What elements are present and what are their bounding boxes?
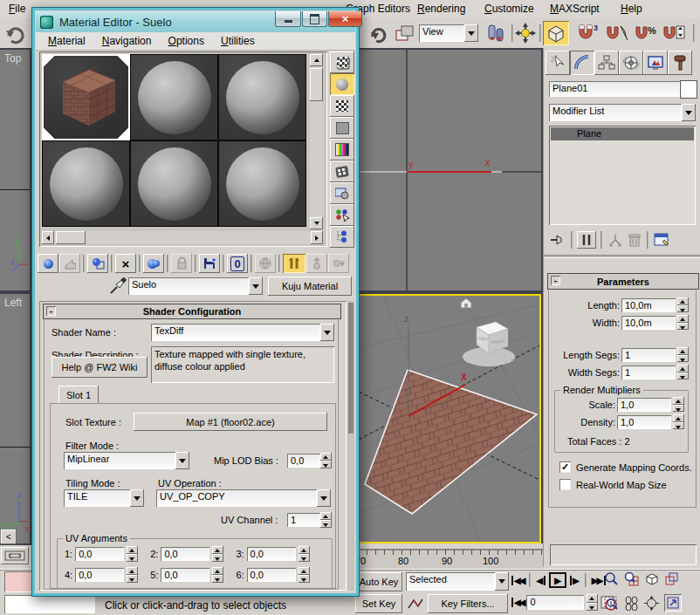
- maximize-button[interactable]: [302, 11, 327, 27]
- percent-snap-icon[interactable]: %: [634, 23, 658, 44]
- track-bar-ruler[interactable]: 70 80 90 100: [356, 550, 543, 569]
- spinner-snap-icon[interactable]: [662, 23, 686, 44]
- make-material-copy-button[interactable]: [143, 254, 164, 273]
- density-spinner[interactable]: [673, 414, 684, 429]
- density-field[interactable]: 1,0: [617, 415, 671, 429]
- material-name-dropdown[interactable]: Suelo: [128, 277, 263, 295]
- menu-help[interactable]: Help: [614, 0, 649, 17]
- tab-modify[interactable]: [570, 51, 594, 75]
- uv-arg-4-field[interactable]: 0,0: [75, 568, 124, 582]
- slot-texture-button[interactable]: Map #1 (floor02.ace): [134, 413, 327, 431]
- scale-spinner[interactable]: [673, 397, 684, 412]
- go-to-parent-button[interactable]: [306, 254, 327, 273]
- object-color-swatch[interactable]: [680, 80, 697, 99]
- filter-mode-dropdown[interactable]: MipLinear: [64, 452, 189, 469]
- make-unique-button[interactable]: [171, 254, 192, 273]
- dropdown-arrow-icon[interactable]: [682, 104, 696, 121]
- menu-material[interactable]: Material: [41, 32, 93, 50]
- material-id-channel-button[interactable]: 0: [227, 254, 248, 273]
- length-spinner[interactable]: [677, 297, 689, 312]
- current-frame-field[interactable]: 0: [526, 595, 584, 610]
- viewport-front[interactable]: y x: [356, 50, 541, 290]
- minimize-button[interactable]: [275, 11, 301, 27]
- snaps-toggle-button[interactable]: [543, 21, 569, 45]
- put-material-to-scene-button[interactable]: [59, 254, 80, 273]
- scale-tool-icon[interactable]: [395, 24, 415, 43]
- select-and-manipulate-icon[interactable]: [515, 23, 536, 44]
- maximize-viewport-toggle[interactable]: [664, 594, 682, 612]
- viewport-perspective[interactable]: Z X LEFT FRONT: [356, 294, 541, 543]
- tiling-mode-dropdown[interactable]: TILE: [64, 489, 144, 507]
- dropdown-arrow-icon[interactable]: [130, 489, 144, 507]
- scale-field[interactable]: 1,0: [617, 398, 671, 412]
- collapse-icon[interactable]: -: [551, 276, 560, 285]
- reference-coordsys-dropdown[interactable]: View: [419, 24, 478, 42]
- previous-frame-button[interactable]: ◀: [536, 576, 546, 585]
- video-color-check-button[interactable]: [330, 139, 354, 161]
- pan-view-icon[interactable]: [624, 596, 639, 611]
- width-segs-spinner[interactable]: [677, 365, 689, 379]
- mini-listener-script-line[interactable]: [4, 595, 95, 613]
- dropdown-arrow-icon[interactable]: [464, 24, 478, 42]
- play-button[interactable]: ▶: [549, 572, 566, 588]
- pick-material-eyedropper-icon[interactable]: [109, 277, 127, 295]
- menu-options[interactable]: Options: [161, 32, 211, 50]
- uv-arg-5-spinner[interactable]: [212, 567, 223, 583]
- sample-slot-4[interactable]: [42, 140, 130, 227]
- object-name-field[interactable]: Plane01: [549, 81, 680, 97]
- sample-slot-2[interactable]: [130, 54, 218, 140]
- dropdown-arrow-icon[interactable]: [249, 277, 263, 295]
- default-tangent-icon[interactable]: [407, 596, 424, 612]
- zoom-extents-all-icon[interactable]: [664, 571, 679, 586]
- menu-file[interactable]: File: [2, 0, 32, 17]
- menu-rendering[interactable]: Rendering: [410, 0, 472, 17]
- stack-item-plane[interactable]: Plane: [551, 127, 694, 140]
- zoom-extents-icon[interactable]: [644, 571, 659, 586]
- length-field[interactable]: 10,0m: [621, 298, 676, 312]
- length-segs-spinner[interactable]: [677, 347, 689, 362]
- uv-channel-field[interactable]: 1: [287, 513, 320, 527]
- length-segs-field[interactable]: 1: [621, 348, 676, 362]
- modifier-stack[interactable]: Plane: [549, 126, 696, 225]
- material-type-button[interactable]: Kuju Material: [268, 277, 352, 296]
- menu-navigation[interactable]: Navigation: [95, 32, 159, 50]
- use-pivot-center-icon[interactable]: [485, 22, 506, 44]
- dropdown-arrow-icon[interactable]: [175, 452, 189, 469]
- rotate-tool-icon[interactable]: [367, 22, 389, 44]
- key-mode-toggle[interactable]: ◀◀: [511, 598, 524, 607]
- sample-slot-5[interactable]: [130, 140, 218, 227]
- show-end-result-button[interactable]: [283, 254, 305, 273]
- width-segs-field[interactable]: 1: [621, 366, 676, 379]
- slots-horizontal-scrollbar[interactable]: [42, 231, 323, 244]
- show-map-in-viewport-button[interactable]: [255, 254, 276, 273]
- make-unique-icon[interactable]: [607, 232, 624, 248]
- key-filters-button[interactable]: Key Filters...: [428, 594, 508, 613]
- selection-range-button[interactable]: [1, 547, 29, 564]
- scrollbar-thumb[interactable]: [56, 231, 86, 244]
- sample-type-button[interactable]: [330, 51, 354, 73]
- scrollbar-thumb[interactable]: [348, 303, 353, 434]
- time-slider-track[interactable]: [356, 543, 543, 550]
- sample-slot-1-active[interactable]: [42, 54, 130, 140]
- background-button[interactable]: [330, 95, 354, 117]
- angle-snap-icon[interactable]: [605, 23, 629, 44]
- menu-utilities[interactable]: Utilities: [214, 32, 262, 50]
- dropdown-arrow-icon[interactable]: [317, 489, 331, 507]
- frame-spinner[interactable]: [587, 594, 598, 611]
- assign-material-button[interactable]: [87, 254, 108, 273]
- uv-arg-2-spinner[interactable]: [212, 546, 223, 562]
- slots-vertical-scrollbar[interactable]: [310, 54, 323, 229]
- uv-arg-4-spinner[interactable]: [127, 567, 138, 583]
- get-material-button[interactable]: [38, 254, 58, 273]
- uv-arg-5-field[interactable]: 0,0: [161, 568, 209, 582]
- select-by-material-button[interactable]: [330, 204, 354, 226]
- selection-set-dropdown[interactable]: Selected: [406, 572, 509, 591]
- dropdown-arrow-icon[interactable]: [495, 572, 509, 591]
- uv-arg-1-field[interactable]: 0,0: [75, 547, 124, 561]
- zoom-all-icon[interactable]: [624, 571, 639, 586]
- open-mini-curve-editor-button[interactable]: <: [1, 530, 17, 544]
- tab-create[interactable]: [546, 51, 570, 75]
- next-frame-button[interactable]: ▶: [570, 576, 580, 585]
- show-end-result-stack-icon[interactable]: [577, 231, 596, 249]
- generate-mapping-checkbox[interactable]: ✓: [559, 461, 571, 473]
